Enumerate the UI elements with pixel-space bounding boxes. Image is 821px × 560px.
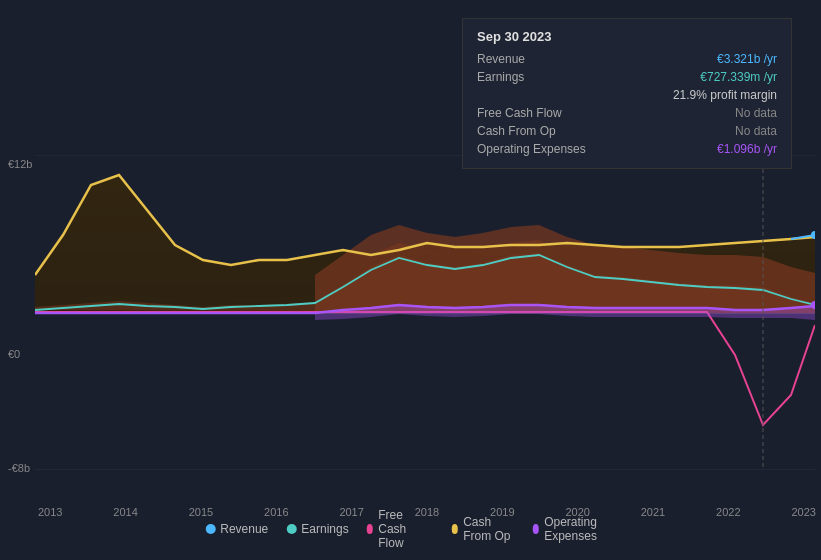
tooltip-date: Sep 30 2023 — [477, 29, 777, 44]
chart-svg — [35, 155, 815, 470]
legend-revenue-label: Revenue — [220, 522, 268, 536]
y-label-top: €12b — [8, 158, 32, 170]
tooltip-cashop: Cash From Op No data — [477, 122, 777, 140]
tooltip-panel: Sep 30 2023 Revenue €3.321b /yr Earnings… — [462, 18, 792, 169]
legend-fcf[interactable]: Free Cash Flow — [367, 508, 434, 550]
legend-opex-label: Operating Expenses — [544, 515, 616, 543]
x-label-2014: 2014 — [113, 506, 137, 518]
legend-fcf-dot — [367, 524, 374, 534]
legend-cashop-dot — [452, 524, 459, 534]
x-label-2022: 2022 — [716, 506, 740, 518]
tooltip-opex: Operating Expenses €1.096b /yr — [477, 140, 777, 158]
y-label-bot: -€8b — [8, 462, 30, 474]
x-label-2023: 2023 — [791, 506, 815, 518]
legend-earnings[interactable]: Earnings — [286, 522, 348, 536]
legend-opex-dot — [533, 524, 540, 534]
fcf-line — [35, 312, 815, 425]
legend-earnings-dot — [286, 524, 296, 534]
x-label-2013: 2013 — [38, 506, 62, 518]
legend-fcf-label: Free Cash Flow — [378, 508, 433, 550]
tooltip-earnings: Earnings €727.339m /yr — [477, 68, 777, 86]
tooltip-fcf: Free Cash Flow No data — [477, 104, 777, 122]
legend-opex[interactable]: Operating Expenses — [533, 515, 616, 543]
y-label-mid: €0 — [8, 348, 20, 360]
x-label-2021: 2021 — [641, 506, 665, 518]
legend-revenue[interactable]: Revenue — [205, 522, 268, 536]
tooltip-revenue: Revenue €3.321b /yr — [477, 50, 777, 68]
legend-cashop-label: Cash From Op — [463, 515, 514, 543]
tooltip-margin: 21.9% profit margin — [477, 86, 777, 104]
chart-legend: Revenue Earnings Free Cash Flow Cash Fro… — [205, 508, 616, 550]
legend-cashop[interactable]: Cash From Op — [452, 515, 515, 543]
legend-revenue-dot — [205, 524, 215, 534]
legend-earnings-label: Earnings — [301, 522, 348, 536]
